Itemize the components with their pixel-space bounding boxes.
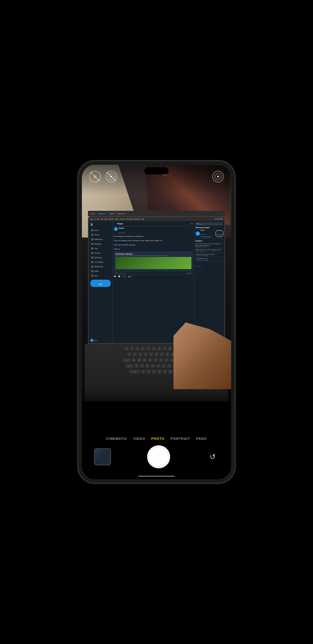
camera-action-row: ↺ [82, 443, 231, 476]
bookmarks-icon [91, 256, 93, 259]
tweet-main-column: ← Post ••• Ga [113, 221, 194, 343]
esc-key: esc [124, 346, 129, 351]
trending-text-1: Apex Legends Season 22: E-District Map, … [196, 243, 223, 246]
flash-button[interactable]: ⚡ [89, 171, 101, 182]
trending-text-2: ASAP Rocky & Jessica Pratt 'Highjack' Re… [196, 249, 223, 251]
mode-pano[interactable]: PANO [196, 437, 207, 440]
profile-desc: cofounder of bubbl.so [200, 236, 215, 238]
notifications-icon [91, 238, 93, 241]
grok-icon [91, 247, 93, 250]
nav-home-label: Home [94, 229, 98, 231]
communities-icon [91, 261, 93, 263]
mac-menubar: ⌘ Arc File Edit View Spaces Tabs Archive… [89, 217, 224, 221]
g-key: G [156, 363, 161, 368]
live-photo-button[interactable] [106, 171, 117, 182]
settings-circle-icon [214, 173, 222, 180]
nav-communities[interactable]: Communities [90, 260, 111, 264]
caps-key: caps [125, 363, 133, 368]
nav-bookmarks[interactable]: Bookmarks [90, 256, 111, 259]
post-button[interactable]: Post [99, 283, 102, 285]
y-key: Y [159, 358, 163, 362]
dynamic-island [144, 167, 169, 174]
window-menu: Window [134, 218, 140, 220]
key-3: 3 [138, 352, 143, 357]
tweet-avatar [114, 227, 118, 231]
tabs-menu: Tabs [115, 218, 119, 220]
trending-item-3[interactable]: Black Forest Labs' FLUX.1 Launch Trendin… [196, 253, 223, 258]
nav-verified[interactable]: Verified Orgs [90, 265, 111, 268]
trending-sub-4: Trending now · Technology [196, 260, 223, 261]
file-menu: File [97, 218, 99, 220]
profile-handle-right: @Gabriel87_ [200, 234, 207, 235]
mode-portrait[interactable]: PORTRAIT [171, 437, 190, 440]
nav-grok[interactable]: Grok [90, 247, 111, 250]
profile-name: Gabriel [200, 229, 205, 231]
w-key: W [137, 358, 142, 362]
nav-premium[interactable]: Premium [90, 251, 111, 255]
e-key: E [142, 358, 147, 362]
nav-notifications[interactable]: Notifications [90, 238, 111, 241]
trending-item-2[interactable]: ASAP Rocky & Jessica Pratt 'Highjack' Re… [196, 248, 223, 253]
nav-profile[interactable]: Profile [90, 269, 111, 273]
twitter-sidebar: 𝕏 Home Explore [89, 221, 113, 343]
nav-profile-label: Profile [94, 270, 99, 272]
f6-key: F6 [157, 346, 162, 351]
search-placeholder[interactable]: Search [199, 223, 203, 225]
camera-viewfinder: s.com Gabriel on X... Bubbl X Home / X ⌘… [82, 165, 231, 401]
settings-button[interactable] [212, 171, 224, 182]
browser-tab-3: X Home / X [116, 213, 126, 215]
last-photo-thumbnail[interactable] [94, 448, 111, 465]
trending-sub-3: Trending now · Technology [196, 255, 223, 256]
mac-os-ui: ⌘ Arc File Edit View Spaces Tabs Archive… [89, 217, 224, 343]
retweet-btn[interactable]: 🔁 [118, 275, 120, 277]
trending-sub-2: 2 hours ago · Music [196, 251, 223, 252]
nav-explore[interactable]: Explore [90, 233, 111, 237]
mode-cinematic[interactable]: CINEMATIC [106, 437, 127, 440]
apple-menu: ⌘ [90, 218, 92, 220]
mode-photo[interactable]: PHOTO [151, 437, 165, 440]
flip-camera-button[interactable]: ↺ [206, 450, 219, 463]
trending-item-4[interactable]: GitHub Models Launch Trending now · Tech… [196, 257, 223, 262]
key-4: 4 [143, 352, 148, 357]
profile-avatar [196, 231, 200, 236]
back-arrow[interactable]: ← [114, 223, 116, 225]
help-menu: Help [141, 218, 144, 220]
verified-icon [91, 265, 93, 268]
shift-key: shift [129, 369, 140, 374]
mac-content-area: 𝕏 Home Explore [89, 221, 224, 343]
h-key: H [161, 363, 166, 368]
tweet-time: 7:33 PM · Jul 31, 2024 [114, 272, 126, 274]
tweet-handle: @Gabriel87_ [119, 232, 126, 234]
archive-menu: Archive [119, 218, 125, 220]
q-key: Q [131, 358, 136, 362]
more-options[interactable]: ••• [190, 222, 193, 225]
follow-button[interactable]: Following [216, 230, 223, 237]
post-header-title: Post [117, 222, 123, 225]
trending-item-1[interactable]: Apex Legends Season 22: E-District Map, … [196, 242, 223, 248]
explore-icon [91, 234, 93, 236]
shutter-button[interactable] [147, 445, 170, 468]
share-btn[interactable]: 📤 13 [128, 275, 132, 277]
tweet-text: Dev looking for an exciting, new adventu… [114, 235, 193, 250]
f2-key: F2 [135, 346, 140, 351]
nav-communities-label: Communities [94, 261, 103, 263]
flip-camera-icon: ↺ [210, 453, 216, 461]
phone-screen: s.com Gabriel on X... Bubbl X Home / X ⌘… [82, 165, 231, 479]
show-more-link[interactable]: Show more [196, 265, 202, 267]
nav-messages[interactable]: Messages [90, 242, 111, 246]
nav-bookmarks-label: Bookmarks [94, 257, 102, 258]
nav-home[interactable]: Home [90, 228, 111, 232]
reply-btn[interactable]: 💬 [114, 275, 116, 277]
messages-icon [91, 243, 93, 245]
key-5: 5 [149, 352, 153, 357]
r-key: R [148, 358, 153, 362]
f-key: F [150, 363, 155, 368]
like-btn[interactable]: ♥ 44 [123, 275, 126, 277]
tweet-card: Developers Wanted Swift • React • NodeJS… [114, 251, 193, 271]
mode-video[interactable]: VIDEO [133, 437, 145, 440]
f5-key: F5 [151, 346, 156, 351]
nav-more[interactable]: More [90, 274, 111, 278]
browser-tab: s.com [89, 213, 96, 215]
browser-tabs: s.com Gabriel on X... Bubbl X Home / X [88, 211, 225, 216]
tab-key: tab [122, 358, 131, 362]
